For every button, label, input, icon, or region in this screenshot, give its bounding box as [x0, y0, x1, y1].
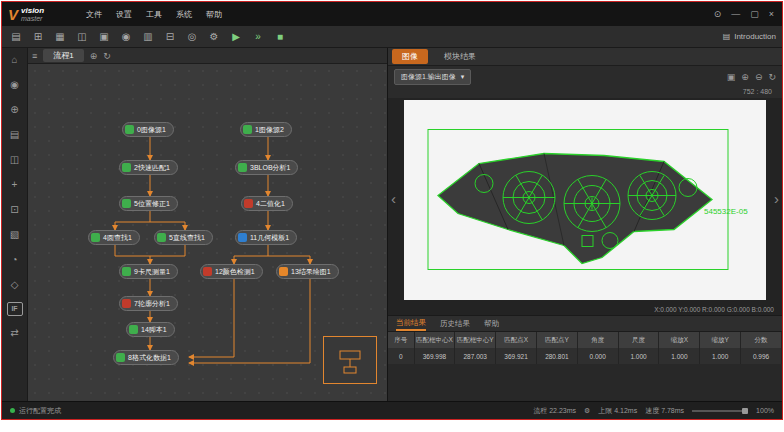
tab-image[interactable]: 图像 [392, 49, 428, 64]
flow-node-position-fix[interactable]: 5位置修正1 [119, 196, 178, 211]
flow-node-format-data[interactable]: 8格式化数据1 [113, 350, 179, 365]
status-message: 运行配置完成 [19, 406, 61, 416]
location-icon[interactable]: ⊕ [6, 102, 24, 118]
module-icon [203, 267, 212, 276]
table-row[interactable]: 0 369.998 287.003 369.921 280.801 0.000 … [388, 348, 782, 364]
module-icon [238, 233, 247, 242]
color-processing-icon[interactable]: ◔ [6, 252, 24, 268]
col-match-y: 匹配点Y [536, 332, 577, 348]
zoom-slider[interactable] [692, 410, 748, 412]
all-tools-icon[interactable]: ⌂ [6, 52, 24, 68]
col-index: 序号 [388, 332, 414, 348]
save-solution-icon[interactable]: ▦ [52, 29, 68, 45]
tab-current-result[interactable]: 当前结果 [396, 316, 426, 331]
introduction-label: Introduction [734, 32, 776, 41]
fit-window-icon[interactable]: ▣ [727, 72, 736, 82]
module-icon [244, 199, 253, 208]
export-icon[interactable]: ▣ [96, 29, 112, 45]
module-icon [122, 267, 131, 276]
recognition-icon[interactable]: ◫ [6, 152, 24, 168]
flow-node-contour-analysis[interactable]: 7轮廓分析1 [119, 296, 178, 311]
tab-module-result[interactable]: 模块结果 [434, 49, 486, 64]
gear-icon[interactable]: ⚙ [584, 407, 590, 415]
flow-node-caliper-measure[interactable]: 9卡尺测量1 [119, 264, 178, 279]
module-icon [243, 125, 252, 134]
logic-tools-icon[interactable]: IF [7, 302, 23, 316]
camera-manager-icon[interactable]: ◉ [118, 29, 134, 45]
image-processing-icon[interactable]: ▧ [6, 227, 24, 243]
flow-node-blob-analysis[interactable]: 3BLOB分析1 [235, 160, 298, 175]
cell-match-y: 280.801 [536, 348, 577, 364]
tab-help[interactable]: 帮助 [484, 316, 499, 331]
run-continuous-icon[interactable]: » [250, 29, 266, 45]
save-as-icon[interactable]: ◫ [74, 29, 90, 45]
canvas-minimap[interactable] [323, 336, 377, 384]
flow-node-image-source-2[interactable]: 1图像源2 [240, 122, 292, 137]
col-scale: 尺度 [618, 332, 659, 348]
module-label: 4二值化1 [256, 199, 285, 209]
flow-node-color-check[interactable]: 12颜色检测1 [200, 264, 263, 279]
module-label: 5直线查找1 [169, 233, 205, 243]
open-solution-icon[interactable]: ⊞ [30, 29, 46, 45]
zoom-out-icon[interactable]: ⊖ [755, 72, 763, 82]
menu-file[interactable]: 文件 [86, 9, 102, 20]
acquisition-icon[interactable]: ◉ [6, 77, 24, 93]
close-button[interactable]: × [769, 9, 774, 19]
flow-node-result-draw[interactable]: 13结果绘图1 [276, 264, 339, 279]
minimize-button[interactable]: — [731, 9, 740, 19]
add-flow-icon[interactable]: ⊕ [90, 51, 98, 61]
flow-node-image-source-1[interactable]: 0图像源1 [122, 122, 174, 137]
flow-tab-label[interactable]: 流程1 [43, 49, 83, 62]
viewer-toolbar: 图像源1.输出图像 ▾ ▣ ⊕ ⊖ ↻ [388, 66, 782, 88]
theme-icon[interactable]: ⊙ [714, 9, 722, 19]
menu-tools[interactable]: 工具 [146, 9, 162, 20]
global-variable-icon[interactable]: ◎ [184, 29, 200, 45]
module-label: 12颜色检测1 [215, 267, 255, 277]
alignment-icon[interactable]: ⊡ [6, 202, 24, 218]
module-label: 2快速匹配1 [134, 163, 170, 173]
defect-detection-icon[interactable]: ◇ [6, 277, 24, 293]
menu-help[interactable]: 帮助 [206, 9, 222, 20]
flow-tree-icon[interactable]: ≡ [32, 51, 37, 61]
flow-node-geometry-template[interactable]: 11几何模板1 [235, 230, 297, 245]
flow-node-circle-find[interactable]: 4圆查找1 [88, 230, 140, 245]
module-icon [279, 267, 288, 276]
image-viewer[interactable]: ‹ › [388, 98, 782, 304]
flow-node-fast-match[interactable]: 2快速匹配1 [119, 160, 178, 175]
module-icon [91, 233, 100, 242]
menu-settings[interactable]: 设置 [116, 9, 132, 20]
introduction-icon: ▤ [723, 32, 731, 41]
module-icon [129, 325, 138, 334]
communication-manager-icon[interactable]: ⊟ [162, 29, 178, 45]
menu-system[interactable]: 系统 [176, 9, 192, 20]
communication-tools-icon[interactable]: ⇄ [6, 325, 24, 341]
flow-node-line-find[interactable]: 5直线查找1 [154, 230, 213, 245]
cell-scale-y: 1.000 [700, 348, 741, 364]
main-toolbar: ▤ ⊞ ▦ ◫ ▣ ◉ ▥ ⊟ ◎ ⚙ ▶ » ■ ▤ Introduction [2, 26, 782, 48]
refresh-flow-icon[interactable]: ↻ [103, 51, 111, 61]
global-settings-icon[interactable]: ⚙ [206, 29, 222, 45]
flow-node-binarize[interactable]: 4二值化1 [241, 196, 293, 211]
title-bar: V vision master 文件 设置 工具 系统 帮助 ⊙ — ▢ × [2, 2, 782, 26]
flow-node-script[interactable]: 14脚本1 [126, 322, 175, 337]
run-once-icon[interactable]: ▶ [228, 29, 244, 45]
previous-image-icon[interactable]: ‹ [391, 190, 396, 207]
cell-scale: 1.000 [618, 348, 659, 364]
flow-editor: ≡ 流程1 ⊕ ↻ [28, 48, 388, 401]
maximize-button[interactable]: ▢ [750, 9, 759, 19]
measurement-icon[interactable]: ▤ [6, 127, 24, 143]
logo-line2: master [21, 15, 44, 22]
module-list-icon[interactable]: ▥ [140, 29, 156, 45]
calibration-icon[interactable]: + [6, 177, 24, 193]
flow-canvas[interactable]: 0图像源1 1图像源2 2快速匹配1 3BLOB分析1 5位置修正1 4二值化1… [28, 64, 387, 401]
tab-history-result[interactable]: 历史结果 [440, 316, 470, 331]
zoom-slider-thumb[interactable] [742, 408, 748, 414]
refresh-view-icon[interactable]: ↻ [768, 72, 776, 82]
next-image-icon[interactable]: › [774, 190, 779, 207]
new-solution-icon[interactable]: ▤ [8, 29, 24, 45]
stop-run-icon[interactable]: ■ [272, 29, 288, 45]
introduction-link[interactable]: ▤ Introduction [723, 32, 776, 41]
app-logo: V vision master [8, 6, 86, 23]
image-source-selector[interactable]: 图像源1.输出图像 ▾ [394, 69, 471, 85]
zoom-in-icon[interactable]: ⊕ [741, 72, 749, 82]
